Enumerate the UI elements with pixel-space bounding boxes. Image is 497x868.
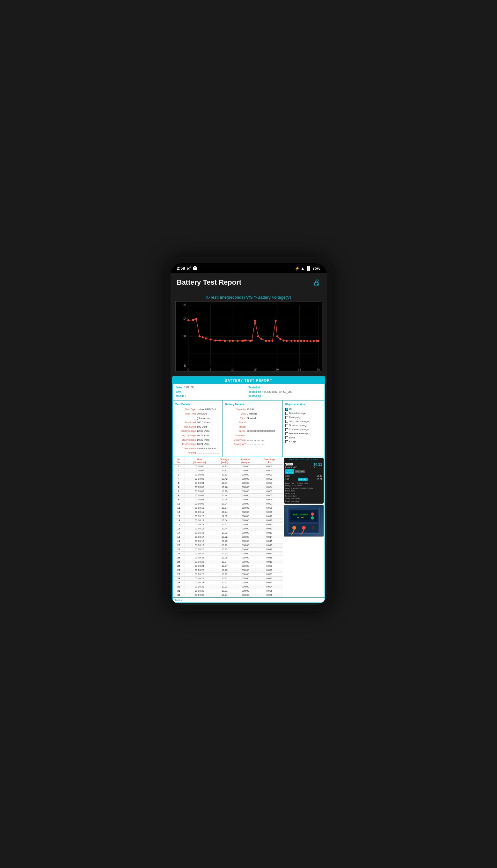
cell-data: 10.31	[214, 481, 235, 485]
cell-sr: 25	[173, 564, 185, 568]
cell-sr: 21	[173, 547, 185, 551]
status-time: 2:58	[177, 266, 185, 271]
ss-gravity-row: Gravity at Arresting	[285, 500, 322, 502]
svg-point-27	[201, 336, 203, 339]
start-voltage-val: 12.33 Volts	[197, 429, 210, 433]
test-load-key: Test Load	[175, 420, 196, 425]
ok-label: Ok	[289, 407, 292, 411]
status-deep-discharge: Deep discharge	[285, 411, 322, 415]
svg-point-46	[271, 340, 273, 342]
cell-data: 00:00:16	[185, 531, 214, 535]
age-val: 0 Months	[247, 412, 257, 416]
svg-point-42	[257, 335, 259, 337]
age-key: Age	[225, 412, 246, 416]
svg-point-59	[313, 340, 315, 342]
table-row: 2800:00:2710.21030.000.022	[173, 576, 283, 580]
cell-data: 0.015	[256, 543, 283, 547]
cell-data: 00:00:01	[185, 468, 214, 473]
print-button[interactable]: 🖨	[313, 278, 321, 287]
battery-pct: 75%	[312, 266, 320, 271]
table-row: 300:00:0212.33030.000.001	[173, 473, 283, 477]
cell-data: 0.018	[256, 555, 283, 560]
cell-sr: 31	[173, 589, 185, 593]
tested-on-label: Tested on :	[248, 390, 263, 394]
svg-point-43	[260, 337, 262, 340]
table-row: 600:00:0510.26030.000.004	[173, 485, 283, 489]
svg-text:20: 20	[275, 368, 279, 371]
brand-key: Brand	[225, 420, 246, 425]
svg-text:12: 12	[182, 317, 186, 320]
cell-data: 10.25	[214, 489, 235, 493]
cell-data: 0.008	[256, 506, 283, 510]
notes-label: Notes	[175, 599, 182, 602]
cell-data: 00:00:11	[185, 510, 214, 514]
cell-data: 030.00	[235, 551, 256, 555]
cell-sr: 27	[173, 572, 185, 576]
svg-point-50	[282, 340, 284, 342]
cell-data: 0.010	[256, 518, 283, 522]
cell-data: 030.00	[235, 535, 256, 539]
cell-data: 12.09	[214, 514, 235, 518]
th-time: Time(hh:mm:ss)	[185, 457, 214, 464]
app-title: Battery Test Report	[177, 278, 242, 287]
svg-text:25: 25	[298, 368, 301, 371]
test-time-val: 00:00:30 (hh:mm:ss)	[197, 412, 219, 420]
cell-data: 030.00	[235, 589, 256, 593]
svg-point-47	[274, 320, 276, 322]
cell-data: 030.00	[235, 481, 256, 485]
cell-data: 030.00	[235, 518, 256, 522]
cell-data: 00:00:17	[185, 535, 214, 539]
cell-data: 10.23	[214, 543, 235, 547]
cell-data: 10.24	[214, 510, 235, 514]
status-burnt: Burnt	[285, 436, 322, 440]
svg-text:50_200: 50_200	[297, 516, 304, 519]
cell-sr: 29	[173, 580, 185, 584]
cell-data: 10.24	[214, 493, 235, 497]
table-row: 3000:00:2910.21030.000.024	[173, 584, 283, 589]
ss-record-btn[interactable]: RECORD	[295, 470, 305, 473]
start-voltage-key: Start Voltage	[175, 429, 196, 433]
cell-sr: 10	[173, 502, 185, 506]
cell-data: 0.020	[256, 568, 283, 572]
cell-sr: 4	[173, 477, 185, 481]
ss-history-btn[interactable]: HISTORY	[298, 478, 308, 481]
tested-by-label: Tested by :	[248, 395, 263, 398]
table-row: 100:00:0012.33030.000.000	[173, 464, 283, 468]
cell-data: 12.33	[214, 464, 235, 468]
cell-data: 10.23	[214, 539, 235, 543]
svg-point-57	[307, 340, 308, 342]
svg-point-33	[229, 340, 230, 342]
cell-data: 030.00	[235, 477, 256, 481]
top-cover-label: Top cover damage	[289, 419, 309, 424]
cell-data: 00:00:09	[185, 502, 214, 506]
table-row: 1100:00:1010.24030.000.008	[173, 506, 283, 510]
test-result-key: Test Result	[175, 446, 196, 451]
svg-point-52	[290, 340, 292, 342]
cell-data: 10.21	[214, 580, 235, 584]
svg-point-53	[294, 340, 296, 342]
cell-data: 030.00	[235, 572, 256, 576]
cell-data: 030.00	[235, 576, 256, 580]
ss-test-report-btn[interactable]: TESTREPORT	[285, 469, 295, 474]
stg2-val: 10.23 Volts	[197, 438, 210, 442]
type-key: Type	[225, 416, 246, 421]
th-sr: SrNo.	[173, 457, 185, 464]
heatseal-checkbox	[285, 432, 288, 435]
ss-type-row: Battery Type ○ Flooded ○ Dry	[285, 482, 322, 484]
cell-sr: 24	[173, 560, 185, 564]
machine-svg: BOSS TESTER 50_200	[286, 507, 321, 535]
battery-details-section: Battery Details : Capacity 100 Ah Age 0 …	[223, 400, 283, 457]
cell-data: 10.87	[214, 560, 235, 564]
cell-data: 10.27	[214, 564, 235, 568]
end-voltage-key: End Voltage	[175, 442, 196, 446]
end-voltage-val: 10.21 Volts	[197, 442, 210, 446]
ss-cap-label: 10.0	[285, 475, 290, 477]
cell-sr: 3	[173, 473, 185, 477]
cell-data: 0.007	[256, 502, 283, 506]
svg-point-40	[251, 340, 253, 342]
svg-text:5: 5	[210, 368, 211, 371]
table-row: 2700:00:2610.23030.000.021	[173, 572, 283, 576]
chart-section: X-TestTime(seconds) V/S Y-Battery Voltag…	[171, 292, 327, 375]
report-meta: Date : 21/11/21 City : Mobile : Tested a…	[173, 384, 325, 400]
svg-point-31	[219, 340, 221, 342]
